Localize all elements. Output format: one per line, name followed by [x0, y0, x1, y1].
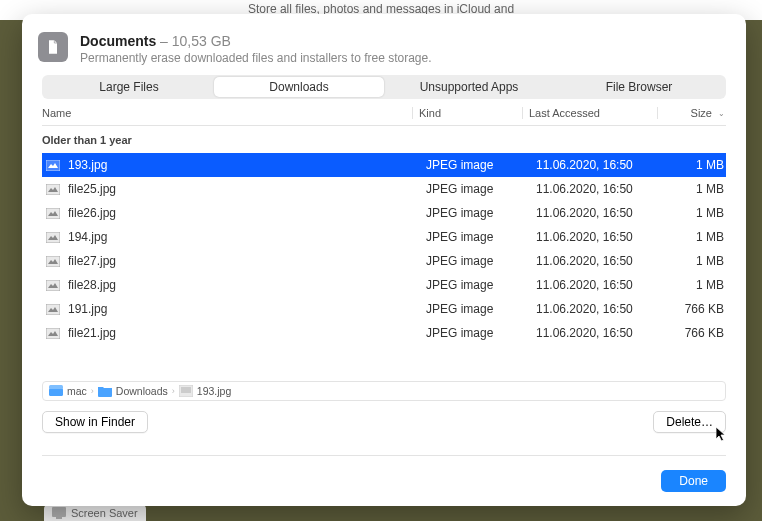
- table-row[interactable]: file21.jpgJPEG image11.06.2020, 16:50766…: [42, 321, 726, 345]
- delete-button[interactable]: Delete…: [653, 411, 726, 433]
- page-subtitle: Permanently erase downloaded files and i…: [80, 51, 432, 65]
- tab-large-files[interactable]: Large Files: [44, 77, 214, 97]
- file-kind: JPEG image: [426, 278, 536, 292]
- svg-rect-0: [52, 507, 66, 517]
- svg-rect-9: [46, 328, 60, 339]
- file-name: 191.jpg: [68, 302, 426, 316]
- svg-rect-8: [46, 304, 60, 315]
- file-kind: JPEG image: [426, 326, 536, 340]
- image-file-icon: [46, 303, 60, 315]
- file-size: 1 MB: [671, 182, 726, 196]
- file-size: 1 MB: [671, 278, 726, 292]
- folder-icon: [98, 385, 112, 397]
- tab-unsupported-apps[interactable]: Unsupported Apps: [384, 77, 554, 97]
- image-file-icon: [179, 385, 193, 397]
- image-file-icon: [46, 327, 60, 339]
- image-file-icon: [46, 255, 60, 267]
- tab-file-browser[interactable]: File Browser: [554, 77, 724, 97]
- svg-rect-1: [56, 517, 62, 519]
- file-date: 11.06.2020, 16:50: [536, 158, 671, 172]
- file-kind: JPEG image: [426, 302, 536, 316]
- file-date: 11.06.2020, 16:50: [536, 326, 671, 340]
- file-kind: JPEG image: [426, 182, 536, 196]
- file-kind: JPEG image: [426, 254, 536, 268]
- storage-documents-modal: Documents – 10,53 GB Permanently erase d…: [22, 14, 746, 506]
- table-row[interactable]: 193.jpgJPEG image11.06.2020, 16:501 MB: [42, 153, 726, 177]
- file-name: file21.jpg: [68, 326, 426, 340]
- file-date: 11.06.2020, 16:50: [536, 230, 671, 244]
- table-row[interactable]: 191.jpgJPEG image11.06.2020, 16:50766 KB: [42, 297, 726, 321]
- column-header-kind[interactable]: Kind: [412, 107, 522, 119]
- image-file-icon: [46, 231, 60, 243]
- file-name: file28.jpg: [68, 278, 426, 292]
- background-app-row: Screen Saver: [44, 505, 146, 521]
- file-date: 11.06.2020, 16:50: [536, 206, 671, 220]
- group-header: Older than 1 year: [42, 126, 726, 153]
- tab-downloads[interactable]: Downloads: [214, 77, 384, 97]
- file-size: 1 MB: [671, 230, 726, 244]
- footer-actions: Show in Finder Delete…: [22, 411, 746, 445]
- table-row[interactable]: file26.jpgJPEG image11.06.2020, 16:501 M…: [42, 201, 726, 225]
- file-size: 766 KB: [671, 326, 726, 340]
- file-name: file26.jpg: [68, 206, 426, 220]
- file-name: file27.jpg: [68, 254, 426, 268]
- svg-rect-2: [46, 160, 60, 171]
- chevron-down-icon[interactable]: ⌄: [716, 109, 726, 118]
- table-row[interactable]: 194.jpgJPEG image11.06.2020, 16:501 MB: [42, 225, 726, 249]
- storage-size: – 10,53 GB: [156, 33, 231, 49]
- svg-rect-4: [46, 208, 60, 219]
- svg-rect-6: [46, 256, 60, 267]
- svg-rect-3: [46, 184, 60, 195]
- page-title: Documents: [80, 33, 156, 49]
- image-file-icon: [46, 183, 60, 195]
- column-header-name[interactable]: Name: [42, 107, 412, 119]
- file-kind: JPEG image: [426, 158, 536, 172]
- disk-icon: [49, 385, 63, 397]
- column-header-last-accessed[interactable]: Last Accessed: [522, 107, 657, 119]
- documents-icon: [38, 32, 68, 62]
- image-file-icon: [46, 159, 60, 171]
- file-list: Older than 1 year 193.jpgJPEG image11.06…: [42, 125, 726, 377]
- table-row[interactable]: file28.jpgJPEG image11.06.2020, 16:501 M…: [42, 273, 726, 297]
- table-row[interactable]: file25.jpgJPEG image11.06.2020, 16:501 M…: [42, 177, 726, 201]
- chevron-right-icon: ›: [172, 386, 175, 396]
- svg-rect-11: [49, 385, 63, 389]
- file-size: 1 MB: [671, 158, 726, 172]
- breadcrumb-folder[interactable]: Downloads: [116, 385, 168, 397]
- column-headers: Name Kind Last Accessed Size ⌄: [22, 99, 746, 125]
- breadcrumb: mac › Downloads › 193.jpg: [42, 381, 726, 401]
- file-date: 11.06.2020, 16:50: [536, 278, 671, 292]
- column-header-size[interactable]: Size: [657, 107, 712, 119]
- file-kind: JPEG image: [426, 230, 536, 244]
- file-size: 1 MB: [671, 254, 726, 268]
- svg-rect-10: [49, 388, 63, 396]
- file-name: 193.jpg: [68, 158, 426, 172]
- breadcrumb-root[interactable]: mac: [67, 385, 87, 397]
- done-button[interactable]: Done: [661, 470, 726, 492]
- svg-rect-13: [181, 387, 191, 393]
- file-date: 11.06.2020, 16:50: [536, 254, 671, 268]
- svg-rect-5: [46, 232, 60, 243]
- image-file-icon: [46, 207, 60, 219]
- image-file-icon: [46, 279, 60, 291]
- header-text: Documents – 10,53 GB Permanently erase d…: [80, 32, 432, 65]
- show-in-finder-button[interactable]: Show in Finder: [42, 411, 148, 433]
- file-date: 11.06.2020, 16:50: [536, 182, 671, 196]
- file-name: file25.jpg: [68, 182, 426, 196]
- file-size: 766 KB: [671, 302, 726, 316]
- chevron-right-icon: ›: [91, 386, 94, 396]
- file-name: 194.jpg: [68, 230, 426, 244]
- table-row[interactable]: file27.jpgJPEG image11.06.2020, 16:501 M…: [42, 249, 726, 273]
- file-kind: JPEG image: [426, 206, 536, 220]
- file-date: 11.06.2020, 16:50: [536, 302, 671, 316]
- file-size: 1 MB: [671, 206, 726, 220]
- svg-rect-7: [46, 280, 60, 291]
- breadcrumb-file[interactable]: 193.jpg: [197, 385, 231, 397]
- tab-bar: Large Files Downloads Unsupported Apps F…: [42, 75, 726, 99]
- modal-header: Documents – 10,53 GB Permanently erase d…: [22, 14, 746, 75]
